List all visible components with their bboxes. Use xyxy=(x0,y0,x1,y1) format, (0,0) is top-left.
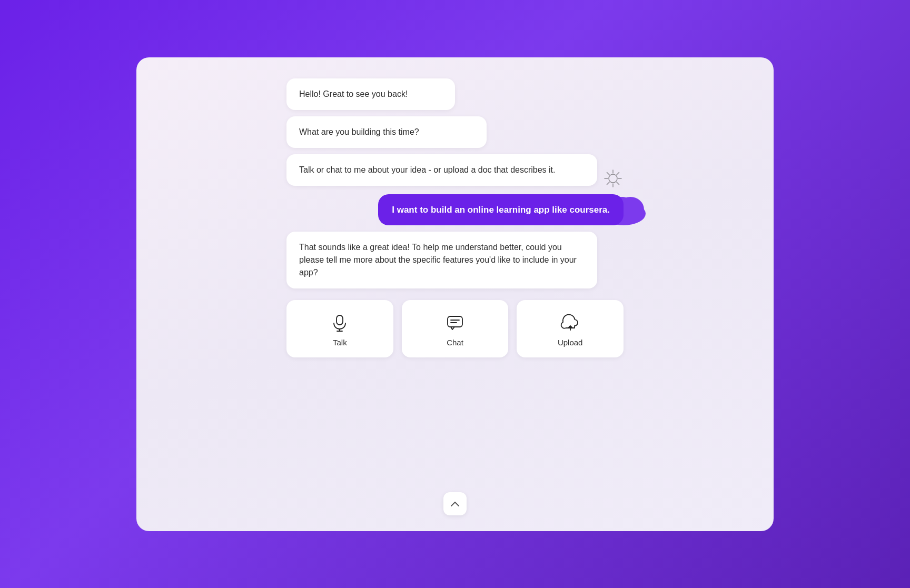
action-buttons-row: Talk Chat xyxy=(286,300,624,357)
bot-message-3: Talk or chat to me about your idea - or … xyxy=(286,154,597,186)
chevron-up-icon xyxy=(451,501,459,506)
svg-rect-13 xyxy=(337,315,343,325)
talk-label: Talk xyxy=(333,338,347,347)
upload-icon xyxy=(562,315,579,332)
chat-label: Chat xyxy=(447,338,463,347)
scroll-up-button[interactable] xyxy=(443,492,467,515)
svg-line-7 xyxy=(617,172,619,175)
bot-message-1: Hello! Great to see you back! xyxy=(286,78,455,110)
svg-line-6 xyxy=(617,182,619,185)
bot-message-4: That sounds like a great idea! To help m… xyxy=(286,232,597,288)
user-message-wrapper: I want to build an online learning app l… xyxy=(286,194,624,226)
svg-line-5 xyxy=(607,172,610,175)
svg-rect-16 xyxy=(448,316,462,327)
bot-message-1-text: Hello! Great to see you back! xyxy=(299,89,408,98)
svg-line-8 xyxy=(607,182,610,185)
microphone-icon xyxy=(331,315,348,332)
bot-message-2-text: What are you building this time? xyxy=(299,127,419,136)
chat-button[interactable]: Chat xyxy=(402,300,509,357)
chat-area: Hello! Great to see you back! What are y… xyxy=(286,78,624,485)
user-message: I want to build an online learning app l… xyxy=(378,194,624,226)
bot-message-2: What are you building this time? xyxy=(286,116,487,148)
bot-message-4-text: That sounds like a great idea! To help m… xyxy=(299,243,577,277)
chat-icon xyxy=(447,315,463,332)
bot-message-3-text: Talk or chat to me about your idea - or … xyxy=(299,165,556,174)
svg-point-0 xyxy=(609,174,617,183)
upload-button[interactable]: Upload xyxy=(517,300,624,357)
talk-button[interactable]: Talk xyxy=(286,300,393,357)
user-message-text: I want to build an online learning app l… xyxy=(392,205,610,215)
upload-label: Upload xyxy=(558,338,583,347)
app-window: Hello! Great to see you back! What are y… xyxy=(136,57,774,531)
